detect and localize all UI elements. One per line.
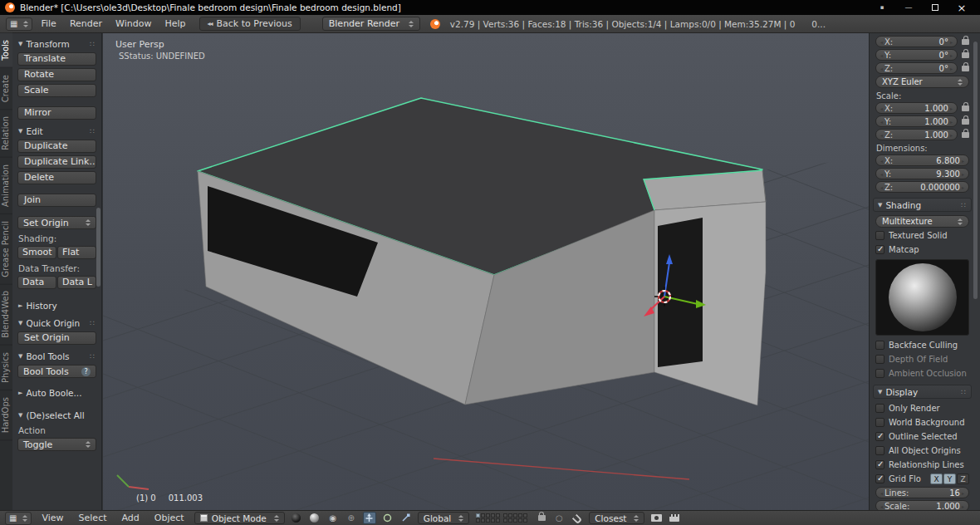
panel-header-transform[interactable]: Transform: [17, 37, 96, 50]
layer-block[interactable]: [476, 513, 500, 523]
set-origin-dropdown[interactable]: Set Origin: [17, 216, 96, 229]
world-background-row[interactable]: World Background: [875, 416, 969, 429]
matcap-preview[interactable]: [875, 259, 969, 336]
layer-cell[interactable]: [523, 518, 527, 523]
snap-target-dropdown[interactable]: Closest: [589, 512, 644, 524]
layer-cell[interactable]: [508, 513, 512, 518]
tab-grease-pencil[interactable]: Grease Pencil: [0, 214, 12, 285]
checkbox[interactable]: [875, 231, 884, 240]
manipulator-translate-button[interactable]: [363, 512, 376, 524]
drag-dots-icon[interactable]: [90, 352, 96, 361]
quick-set-origin-button[interactable]: Set Origin: [17, 331, 96, 345]
mirror-button[interactable]: Mirror: [17, 106, 96, 120]
properties-scrollbar[interactable]: [973, 42, 978, 299]
tab-tools[interactable]: Tools: [0, 33, 12, 68]
layer-cell[interactable]: [481, 513, 485, 518]
panel-header-deselect-all[interactable]: (De)select All: [17, 408, 96, 421]
ambient-occlusion-row[interactable]: Ambient Occlusion: [875, 367, 969, 380]
checkbox[interactable]: [875, 369, 884, 378]
tab-relation[interactable]: Relation: [0, 110, 12, 158]
close-button[interactable]: [948, 1, 975, 14]
layer-cell[interactable]: [486, 513, 490, 518]
snap-toggle-button[interactable]: [571, 512, 584, 524]
tab-blend4web[interactable]: Blend4Web: [0, 284, 12, 346]
manipulator-scale-button[interactable]: [399, 512, 413, 524]
rotation-x-field[interactable]: X:0°: [875, 36, 958, 47]
layer-cell[interactable]: [518, 513, 522, 518]
grid-x-toggle[interactable]: X: [930, 473, 943, 484]
scale-x-field[interactable]: X:1.000: [875, 102, 958, 114]
menu-window[interactable]: Window: [110, 18, 156, 29]
render-engine-dropdown[interactable]: Blender Render: [322, 17, 420, 31]
layer-cell[interactable]: [518, 518, 522, 523]
grid-scale-field[interactable]: Scale:1.000: [875, 500, 969, 510]
mode-dropdown[interactable]: Object Mode: [194, 512, 285, 524]
drag-dots-icon[interactable]: [961, 201, 967, 209]
checkbox[interactable]: [875, 446, 884, 455]
layer-block[interactable]: [503, 513, 527, 523]
drag-dots-icon[interactable]: [90, 319, 96, 327]
matcap-row[interactable]: Matcap: [875, 243, 969, 256]
opengl-render-anim-button[interactable]: [668, 512, 681, 524]
outline-selected-row[interactable]: Outline Selected: [875, 430, 969, 443]
depth-of-field-row[interactable]: Depth Of Field: [875, 353, 969, 366]
delete-button[interactable]: Delete: [17, 171, 96, 184]
viewport-shading-dropdown[interactable]: [290, 512, 303, 524]
pivot-dropdown[interactable]: ◉: [326, 512, 340, 524]
grid-y-toggle[interactable]: Y: [943, 473, 956, 484]
rotation-z-field[interactable]: Z:0°: [875, 62, 958, 74]
grid-lines-field[interactable]: Lines:16: [875, 487, 969, 498]
tab-physics[interactable]: Physics: [0, 346, 12, 390]
drag-dots-icon[interactable]: [90, 127, 96, 135]
checkbox[interactable]: [875, 474, 884, 483]
checkbox[interactable]: [875, 432, 884, 441]
layer-cell[interactable]: [513, 513, 517, 518]
layer-cell[interactable]: [491, 518, 495, 523]
scene-lock-button[interactable]: [534, 512, 547, 524]
dimensions-z-field[interactable]: Z:0.000000: [875, 181, 969, 193]
layer-cell[interactable]: [486, 518, 490, 523]
back-to-previous-button[interactable]: Back to Previous: [199, 17, 301, 31]
lock-icon[interactable]: [962, 52, 969, 58]
shading-mode-dropdown[interactable]: Multitexture: [875, 215, 969, 228]
duplicate-button[interactable]: Duplicate: [17, 140, 96, 153]
checkbox[interactable]: [875, 355, 884, 364]
checkbox[interactable]: [875, 245, 884, 254]
layers-widget[interactable]: [476, 513, 527, 523]
drag-dots-icon[interactable]: [961, 388, 967, 396]
panel-header-quick-origin[interactable]: Quick Origin: [17, 316, 96, 329]
drag-dots-icon[interactable]: [90, 40, 96, 48]
panel-header-bool-tools[interactable]: Bool Tools: [17, 349, 96, 362]
scale-z-field[interactable]: Z:1.000: [875, 129, 958, 140]
orientation-dropdown[interactable]: Global: [418, 512, 470, 524]
relationship-lines-row[interactable]: Relationship Lines: [875, 459, 969, 471]
3d-scene[interactable]: [103, 33, 869, 510]
dimensions-x-field[interactable]: X:6.800: [875, 155, 969, 166]
opengl-render-button[interactable]: [649, 512, 663, 524]
panel-header-display[interactable]: Display: [873, 385, 972, 399]
help-icon[interactable]: [81, 367, 91, 376]
layer-cell[interactable]: [503, 518, 507, 523]
menu-help[interactable]: Help: [159, 18, 190, 29]
lock-icon[interactable]: [962, 66, 969, 71]
bool-tools-button[interactable]: Bool Tools: [17, 365, 96, 378]
layer-cell[interactable]: [476, 518, 480, 523]
tab-animation[interactable]: Animation: [0, 158, 12, 214]
shade-smooth-button[interactable]: Smoot: [17, 246, 56, 259]
scale-button[interactable]: Scale: [17, 84, 96, 97]
layer-cell[interactable]: [481, 518, 485, 523]
textured-solid-row[interactable]: Textured Solid: [875, 229, 969, 242]
grid-z-toggle[interactable]: Z: [957, 473, 969, 484]
shade-flat-button[interactable]: Flat: [57, 246, 96, 259]
layer-cell[interactable]: [496, 518, 500, 523]
menu-object[interactable]: Object: [149, 513, 189, 523]
panel-header-edit[interactable]: Edit: [17, 124, 96, 137]
data-button[interactable]: Data: [17, 276, 56, 289]
tab-hardops[interactable]: HardOps: [0, 390, 12, 440]
duplicate-linked-button[interactable]: Duplicate Link...: [17, 155, 96, 169]
panel-header-shading[interactable]: Shading: [873, 198, 972, 212]
lock-icon[interactable]: [962, 132, 969, 138]
join-button[interactable]: Join: [17, 194, 96, 207]
all-object-origins-row[interactable]: All Object Origins: [875, 444, 969, 457]
panel-header-history[interactable]: History: [17, 298, 96, 312]
